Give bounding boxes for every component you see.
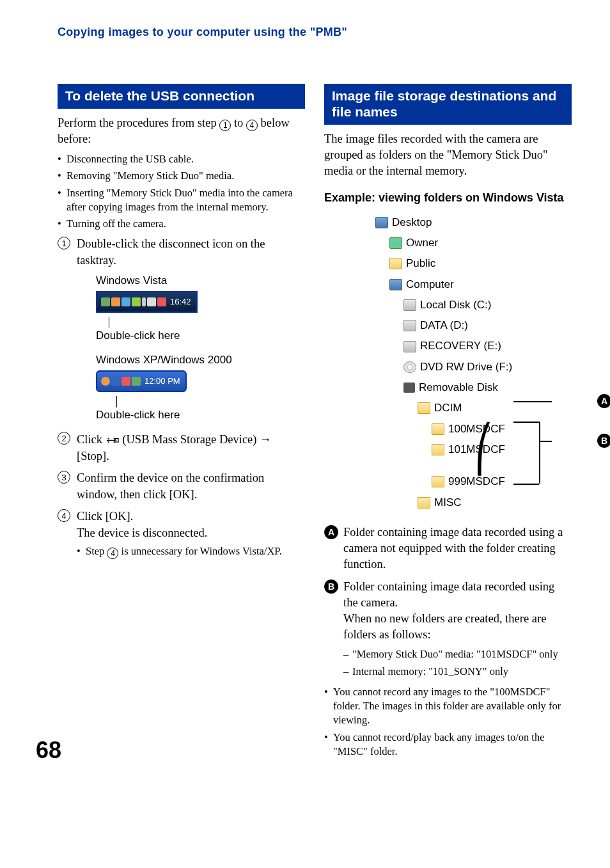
step-1-text: Double-click the disconnect icon on the … [77, 237, 265, 267]
tree-label: Computer [406, 274, 454, 295]
list-item: Disconnecting the USB cable. [58, 152, 305, 166]
disk-icon [403, 299, 416, 311]
circled-4-icon: 4 [107, 548, 118, 559]
step-number-icon: 2 [58, 432, 70, 445]
tree-label: RECOVERY (E:) [420, 336, 501, 356]
step4-note-a: Step [86, 545, 107, 557]
section-heading-usb: To delete the USB connection [58, 84, 305, 109]
folder-tree: Desktop Owner Public Computer Local Disk… [375, 212, 572, 513]
dash-item: Internal memory: "101_SONY" only [343, 664, 572, 679]
tray-time: 12:00 PM [145, 375, 180, 387]
tray-icon [111, 297, 120, 306]
desc-b-text-1: Folder containing image data recorded us… [343, 580, 554, 609]
connector-line [513, 484, 539, 485]
connector-line [539, 422, 540, 484]
windows-vista-label: Windows Vista [96, 273, 305, 288]
intro-before: Perform the procedures from step [58, 116, 219, 129]
intro-paragraph: Perform the procedures from step 1 to 4 … [58, 115, 305, 147]
step-2-text-a: Click [77, 433, 106, 446]
running-head: Copying images to your computer using th… [58, 26, 572, 39]
tree-label: Local Disk (C:) [420, 295, 491, 315]
step-4-note: Step 4 is unnecessary for Windows Vista/… [77, 544, 305, 559]
arrow-icon: → [260, 432, 272, 446]
circled-1-icon: 1 [219, 120, 231, 131]
page-number: 68 [36, 737, 61, 764]
callout-badge-a: A [597, 394, 610, 408]
dash-item: "Memory Stick Duo" media: "101MSDCF" onl… [343, 647, 572, 661]
desc-a-text: Folder containing image data recorded us… [343, 526, 563, 571]
step-4-text: Click [OK]. [77, 510, 133, 523]
list-item: Inserting "Memory Stick Duo" media into … [58, 186, 305, 215]
notes-list: You cannot record any images to the "100… [324, 685, 572, 759]
step-2: 2 Click (USB Mass Storage Device) → [Sto… [58, 431, 305, 465]
dash-list: "Memory Stick Duo" media: "101MSDCF" onl… [343, 647, 572, 679]
circled-4-icon: 4 [246, 120, 258, 131]
vista-tasktray-image: 16:42 [96, 291, 198, 313]
folder-icon [418, 402, 430, 414]
curly-brace-icon: ⎛ [474, 427, 493, 472]
storage-intro: The image files recorded with the camera… [324, 131, 572, 179]
pointer-line [116, 396, 117, 407]
folder-icon [389, 258, 402, 269]
tray-icon [132, 297, 141, 306]
desc-a: A Folder containing image data recorded … [324, 525, 572, 572]
list-item: You cannot record any images to the "100… [324, 685, 572, 728]
left-column: To delete the USB connection Perform the… [58, 84, 305, 764]
right-column: Image file storage destinations and file… [324, 84, 572, 764]
tray-icon [121, 377, 130, 386]
step4-note-b: is unnecessary for Windows Vista/XP. [118, 545, 281, 557]
connector-line [513, 422, 539, 423]
steps-list: 1 Double-click the disconnect icon on th… [58, 236, 305, 558]
windows-xp-label: Windows XP/Windows 2000 [96, 352, 305, 368]
dvd-drive-icon [403, 361, 416, 373]
step-3-text: Confirm the device on the confirmation w… [77, 471, 264, 501]
list-item: Turning off the camera. [58, 217, 305, 231]
tree-label: Removable Disk [419, 377, 498, 398]
tray-icon [132, 377, 141, 386]
badge-a-icon: A [324, 525, 338, 539]
folder-icon [432, 423, 444, 435]
tree-label: Owner [406, 233, 438, 253]
desc-b-text-2: When no new folders are created, there a… [343, 612, 546, 641]
list-item: Removing "Memory Stick Duo" media. [58, 169, 305, 183]
step-3: 3 Confirm the device on the confirmation… [58, 470, 305, 503]
tray-icon [101, 377, 110, 386]
section-heading-storage: Image file storage destinations and file… [324, 84, 572, 125]
list-item: You cannot record/play back any images t… [324, 730, 572, 759]
tree-label: DVD RW Drive (F:) [420, 357, 512, 377]
step-number-icon: 1 [58, 237, 70, 249]
computer-icon [389, 279, 402, 290]
tray-icon [101, 297, 110, 306]
example-heading: Example: viewing folders on Windows Vist… [324, 191, 572, 205]
desktop-icon [375, 217, 388, 228]
folder-icon [418, 497, 430, 509]
user-folder-icon [389, 237, 402, 249]
tray-time: 16:42 [170, 296, 191, 308]
xp-tasktray-image: 12:00 PM [96, 370, 187, 392]
prewarn-list: Disconnecting the USB cable. Removing "M… [58, 152, 305, 231]
callout-descriptions: A Folder containing image data recorded … [324, 525, 572, 679]
connector-line [513, 401, 552, 402]
step-number-icon: 4 [58, 509, 70, 522]
connector-line [539, 441, 552, 442]
step-2-text-c: [Stop]. [77, 450, 109, 462]
double-click-callout: Double-click here [96, 328, 305, 343]
intro-mid: to [231, 116, 246, 129]
tree-label: Desktop [392, 212, 432, 233]
tray-icon [147, 297, 156, 306]
step-1: 1 Double-click the disconnect icon on th… [58, 236, 305, 422]
step-2-text-b: (USB Mass Storage Device) [122, 433, 260, 446]
double-click-callout: Double-click here [96, 407, 305, 423]
callout-badge-b: B [597, 434, 610, 448]
tree-label: Public [406, 253, 435, 274]
removable-disk-icon [403, 383, 415, 393]
disk-icon [403, 320, 416, 331]
tree-label: 999MSDCF [448, 471, 505, 492]
tree-label: DATA (D:) [420, 315, 468, 336]
tree-label: MISC [434, 493, 462, 513]
step-4-sub: The device is disconnected. [77, 525, 305, 542]
tray-icon [111, 377, 120, 386]
step-4: 4 Click [OK]. The device is disconnected… [58, 509, 305, 559]
tree-label: DCIM [434, 398, 462, 418]
folder-icon [432, 476, 444, 487]
